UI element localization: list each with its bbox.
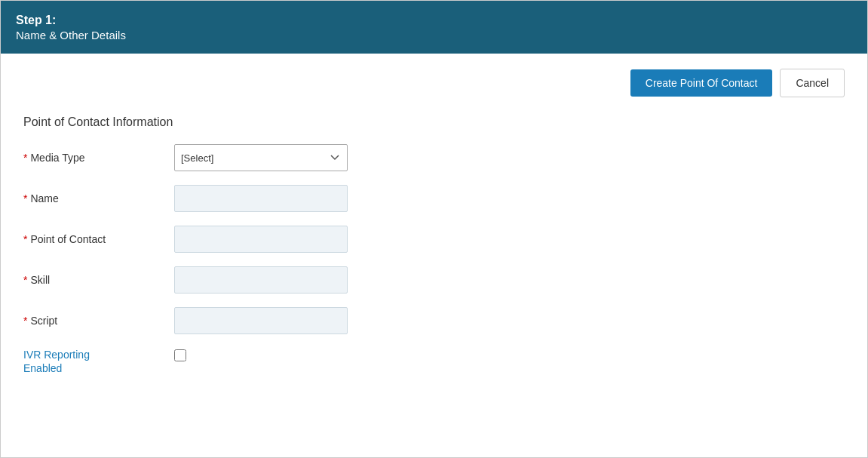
step-subtitle: Name & Other Details [16,29,852,41]
point-of-contact-input[interactable] [174,226,348,253]
script-label-text: Script [30,315,57,327]
ivr-reporting-field: IVR ReportingEnabled [23,348,845,375]
point-of-contact-label-text: Point of Contact [30,233,106,245]
skill-field: * Skill [23,266,845,294]
required-star-media-type: * [23,152,27,164]
name-field: * Name [23,185,845,212]
cancel-button[interactable]: Cancel [780,69,845,97]
ivr-reporting-checkbox[interactable] [174,349,186,361]
script-input[interactable] [174,307,348,334]
media-type-select[interactable]: [Select] [174,144,348,171]
name-input[interactable] [174,185,348,212]
skill-input[interactable] [174,266,348,294]
skill-label: * Skill [23,274,174,286]
page-header: Step 1: Name & Other Details [1,1,867,54]
required-star-script: * [23,315,27,327]
section-title: Point of Contact Information [23,115,845,129]
page-wrapper: Step 1: Name & Other Details Create Poin… [0,0,868,458]
toolbar: Create Point Of Contact Cancel [23,69,845,97]
step-label: Step 1: [16,14,852,27]
point-of-contact-label: * Point of Contact [23,233,174,245]
required-star-skill: * [23,274,27,286]
script-label: * Script [23,315,174,327]
media-type-select-wrapper: [Select] [174,144,348,171]
ivr-reporting-label: IVR ReportingEnabled [23,348,174,375]
name-label-text: Name [30,192,58,204]
media-type-field: * Media Type [Select] [23,144,845,171]
skill-label-text: Skill [30,274,50,286]
point-of-contact-field: * Point of Contact [23,226,845,253]
required-star-name: * [23,192,27,204]
media-type-label-text: Media Type [30,152,84,164]
name-label: * Name [23,192,174,204]
required-star-poc: * [23,233,27,245]
create-point-of-contact-button[interactable]: Create Point Of Contact [630,69,773,97]
main-content: Create Point Of Contact Cancel Point of … [1,54,867,457]
media-type-label: * Media Type [23,152,174,164]
script-field: * Script [23,307,845,334]
